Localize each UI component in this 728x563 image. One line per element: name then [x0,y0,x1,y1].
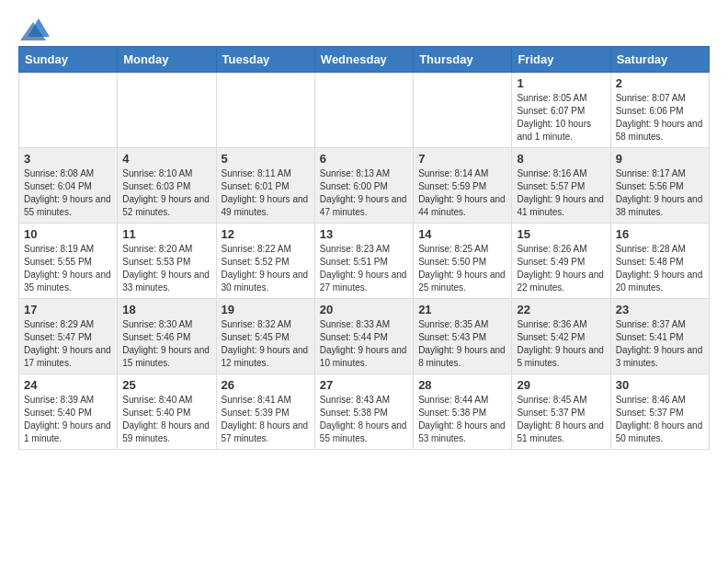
day-info: Sunrise: 8:10 AM Sunset: 6:03 PM Dayligh… [122,167,210,219]
day-info: Sunrise: 8:28 AM Sunset: 5:48 PM Dayligh… [616,243,704,294]
calendar-cell: 7Sunrise: 8:14 AM Sunset: 5:59 PM Daylig… [414,148,512,224]
weekday-header-saturday: Saturday [610,47,709,73]
day-number: 22 [517,303,605,316]
calendar-cell: 9Sunrise: 8:17 AM Sunset: 5:56 PM Daylig… [610,148,709,224]
calendar-cell: 8Sunrise: 8:16 AM Sunset: 5:57 PM Daylig… [512,148,610,224]
calendar-cell: 1Sunrise: 8:05 AM Sunset: 6:07 PM Daylig… [512,73,610,148]
day-number: 20 [320,303,408,316]
weekday-header-friday: Friday [512,47,610,73]
day-info: Sunrise: 8:40 AM Sunset: 5:40 PM Dayligh… [122,394,210,445]
weekday-header-sunday: Sunday [19,47,118,73]
day-info: Sunrise: 8:17 AM Sunset: 5:56 PM Dayligh… [616,167,704,219]
calendar-cell: 24Sunrise: 8:39 AM Sunset: 5:40 PM Dayli… [19,374,118,450]
day-info: Sunrise: 8:30 AM Sunset: 5:46 PM Dayligh… [122,318,210,370]
calendar-cell: 25Sunrise: 8:40 AM Sunset: 5:40 PM Dayli… [118,374,216,450]
calendar-week-1: 1Sunrise: 8:05 AM Sunset: 6:07 PM Daylig… [19,73,710,148]
calendar-table: SundayMondayTuesdayWednesdayThursdayFrid… [18,46,710,450]
header-row: SundayMondayTuesdayWednesdayThursdayFrid… [19,47,710,73]
logo-icon [20,15,50,40]
calendar-cell: 3Sunrise: 8:08 AM Sunset: 6:04 PM Daylig… [19,148,118,224]
day-info: Sunrise: 8:19 AM Sunset: 5:55 PM Dayligh… [24,243,112,294]
day-number: 17 [24,303,112,316]
day-number: 27 [320,378,408,392]
day-number: 12 [222,227,310,241]
day-number: 14 [418,227,506,241]
day-number: 4 [122,152,210,166]
weekday-header-monday: Monday [118,47,216,73]
day-info: Sunrise: 8:26 AM Sunset: 5:49 PM Dayligh… [517,243,605,294]
day-info: Sunrise: 8:46 AM Sunset: 5:37 PM Dayligh… [616,394,704,445]
weekday-header-thursday: Thursday [414,47,512,73]
day-info: Sunrise: 8:44 AM Sunset: 5:38 PM Dayligh… [418,394,506,445]
day-number: 16 [616,227,704,241]
day-info: Sunrise: 8:37 AM Sunset: 5:41 PM Dayligh… [616,318,704,370]
day-number: 23 [616,303,704,316]
day-number: 21 [418,303,506,316]
calendar-cell: 21Sunrise: 8:35 AM Sunset: 5:43 PM Dayli… [414,299,512,374]
calendar-cell: 16Sunrise: 8:28 AM Sunset: 5:48 PM Dayli… [610,224,709,299]
day-number: 1 [517,76,605,90]
calendar-week-3: 10Sunrise: 8:19 AM Sunset: 5:55 PM Dayli… [19,224,710,299]
day-number: 9 [616,152,704,166]
day-info: Sunrise: 8:05 AM Sunset: 6:07 PM Dayligh… [517,92,605,144]
calendar-cell: 10Sunrise: 8:19 AM Sunset: 5:55 PM Dayli… [19,224,118,299]
day-info: Sunrise: 8:13 AM Sunset: 6:00 PM Dayligh… [320,167,408,219]
day-number: 24 [24,378,112,392]
calendar-cell: 30Sunrise: 8:46 AM Sunset: 5:37 PM Dayli… [610,374,709,450]
calendar-cell: 23Sunrise: 8:37 AM Sunset: 5:41 PM Dayli… [610,299,709,374]
day-number: 30 [616,378,704,392]
calendar-cell: 12Sunrise: 8:22 AM Sunset: 5:52 PM Dayli… [216,224,314,299]
day-info: Sunrise: 8:11 AM Sunset: 6:01 PM Dayligh… [222,167,310,219]
calendar-cell [414,73,512,148]
day-number: 10 [24,227,112,241]
weekday-header-wednesday: Wednesday [314,47,413,73]
day-number: 5 [222,152,310,166]
calendar-cell: 15Sunrise: 8:26 AM Sunset: 5:49 PM Dayli… [512,224,610,299]
calendar-cell: 28Sunrise: 8:44 AM Sunset: 5:38 PM Dayli… [414,374,512,450]
calendar-week-2: 3Sunrise: 8:08 AM Sunset: 6:04 PM Daylig… [19,148,710,224]
day-number: 8 [517,152,605,166]
calendar-cell: 18Sunrise: 8:30 AM Sunset: 5:46 PM Dayli… [118,299,216,374]
day-info: Sunrise: 8:14 AM Sunset: 5:59 PM Dayligh… [418,167,506,219]
day-info: Sunrise: 8:33 AM Sunset: 5:44 PM Dayligh… [320,318,408,370]
day-info: Sunrise: 8:23 AM Sunset: 5:51 PM Dayligh… [320,243,408,294]
day-info: Sunrise: 8:08 AM Sunset: 6:04 PM Dayligh… [24,167,112,219]
calendar-cell [216,73,314,148]
day-info: Sunrise: 8:20 AM Sunset: 5:53 PM Dayligh… [122,243,210,294]
day-number: 19 [222,303,310,316]
day-info: Sunrise: 8:16 AM Sunset: 5:57 PM Dayligh… [517,167,605,219]
day-info: Sunrise: 8:22 AM Sunset: 5:52 PM Dayligh… [222,243,310,294]
calendar-cell: 27Sunrise: 8:43 AM Sunset: 5:38 PM Dayli… [314,374,413,450]
calendar-cell: 17Sunrise: 8:29 AM Sunset: 5:47 PM Dayli… [19,299,118,374]
day-info: Sunrise: 8:41 AM Sunset: 5:39 PM Dayligh… [222,394,310,445]
calendar-cell: 22Sunrise: 8:36 AM Sunset: 5:42 PM Dayli… [512,299,610,374]
calendar-cell: 4Sunrise: 8:10 AM Sunset: 6:03 PM Daylig… [118,148,216,224]
day-info: Sunrise: 8:07 AM Sunset: 6:06 PM Dayligh… [616,92,704,144]
page-container: SundayMondayTuesdayWednesdayThursdayFrid… [0,0,728,465]
day-number: 26 [222,378,310,392]
day-number: 28 [418,378,506,392]
day-info: Sunrise: 8:36 AM Sunset: 5:42 PM Dayligh… [517,318,605,370]
calendar-cell: 20Sunrise: 8:33 AM Sunset: 5:44 PM Dayli… [314,299,413,374]
calendar-cell: 2Sunrise: 8:07 AM Sunset: 6:06 PM Daylig… [610,73,709,148]
calendar-cell: 29Sunrise: 8:45 AM Sunset: 5:37 PM Dayli… [512,374,610,450]
day-info: Sunrise: 8:35 AM Sunset: 5:43 PM Dayligh… [418,318,506,370]
calendar-cell: 26Sunrise: 8:41 AM Sunset: 5:39 PM Dayli… [216,374,314,450]
calendar-cell [118,73,216,148]
day-info: Sunrise: 8:32 AM Sunset: 5:45 PM Dayligh… [222,318,310,370]
day-info: Sunrise: 8:43 AM Sunset: 5:38 PM Dayligh… [320,394,408,445]
calendar-cell: 14Sunrise: 8:25 AM Sunset: 5:50 PM Dayli… [414,224,512,299]
day-number: 7 [418,152,506,166]
day-info: Sunrise: 8:25 AM Sunset: 5:50 PM Dayligh… [418,243,506,294]
day-info: Sunrise: 8:29 AM Sunset: 5:47 PM Dayligh… [24,318,112,370]
day-info: Sunrise: 8:39 AM Sunset: 5:40 PM Dayligh… [24,394,112,445]
day-number: 15 [517,227,605,241]
calendar-cell: 5Sunrise: 8:11 AM Sunset: 6:01 PM Daylig… [216,148,314,224]
logo [18,15,50,40]
weekday-header-tuesday: Tuesday [216,47,314,73]
calendar-cell: 19Sunrise: 8:32 AM Sunset: 5:45 PM Dayli… [216,299,314,374]
day-number: 2 [616,76,704,90]
day-number: 6 [320,152,408,166]
day-number: 3 [24,152,112,166]
calendar-cell: 13Sunrise: 8:23 AM Sunset: 5:51 PM Dayli… [314,224,413,299]
